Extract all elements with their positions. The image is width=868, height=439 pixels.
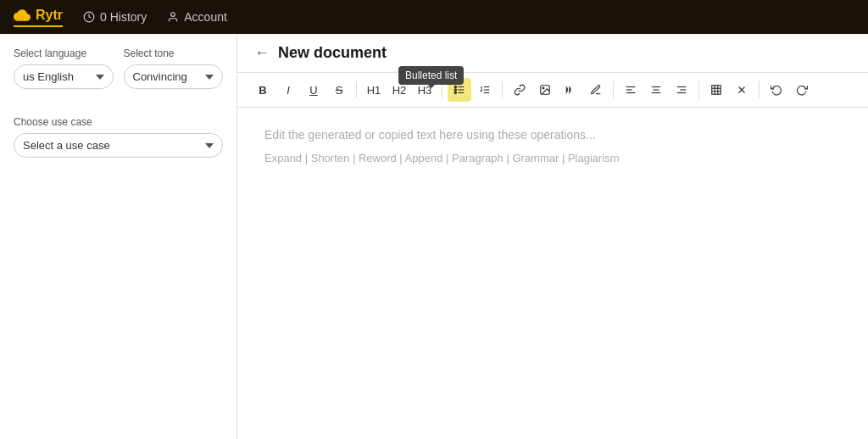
image-icon [539, 84, 551, 96]
align-center-icon [650, 84, 662, 96]
logo-text: Rytr [36, 8, 63, 23]
separator-3 [502, 81, 503, 98]
action-grammar[interactable]: Grammar [512, 152, 559, 164]
table-icon [710, 84, 722, 96]
language-select[interactable]: us English uk English Spanish French Ger… [14, 64, 114, 89]
nav-history-label: 0 History [100, 10, 147, 24]
use-case-label: Choose use case [14, 116, 223, 128]
h1-button[interactable]: H1 [362, 78, 386, 102]
ordered-list-icon [479, 84, 491, 96]
tone-select[interactable]: Convincing Casual Formal Humorous Inspir… [124, 64, 224, 89]
align-center-button[interactable] [644, 78, 668, 102]
svg-rect-22 [712, 86, 721, 95]
link-icon [514, 84, 526, 96]
h3-button[interactable]: H3 [413, 78, 437, 102]
svg-point-7 [454, 92, 456, 93]
action-expand[interactable]: Expand [264, 152, 302, 164]
nav-account-label: Account [184, 10, 227, 24]
action-shorten[interactable]: Shorten [311, 152, 350, 164]
doc-header: ← New document [237, 34, 868, 73]
italic-button[interactable]: I [276, 78, 300, 102]
bold-button[interactable]: B [251, 78, 275, 102]
action-plagiarism[interactable]: Plagiarism [568, 152, 620, 164]
nav-history[interactable]: 0 History [83, 10, 147, 24]
tone-label: Select tone [124, 47, 224, 59]
language-section: Select language us English uk English Sp… [14, 47, 114, 89]
tone-section: Select tone Convincing Casual Formal Hum… [124, 47, 224, 89]
language-label: Select language [14, 47, 114, 59]
separator-1 [356, 81, 357, 98]
table-button[interactable] [704, 78, 728, 102]
cloud-icon [14, 7, 31, 24]
sidebar: Select language us English uk English Sp… [0, 34, 237, 439]
action-separator-6: | [562, 152, 568, 164]
align-left-icon [625, 84, 637, 96]
separator-5 [698, 81, 699, 98]
action-separator-1: | [305, 152, 311, 164]
svg-point-6 [454, 89, 456, 91]
history-icon [83, 11, 95, 23]
bullet-list-button[interactable] [448, 78, 471, 102]
ordered-list-button[interactable] [473, 78, 497, 102]
action-paragraph[interactable]: Paragraph [452, 152, 504, 164]
action-reword[interactable]: Reword [359, 152, 397, 164]
highlight-button[interactable] [584, 78, 608, 102]
redo-button[interactable] [790, 78, 814, 102]
doc-title: New document [278, 44, 387, 62]
content-area: ← New document Bulleted list B I U S H1 … [237, 34, 868, 439]
action-separator-2: | [353, 152, 359, 164]
back-button[interactable]: ← [254, 44, 270, 62]
use-case-select[interactable]: Select a use case Blog Post Social Media… [14, 133, 223, 158]
bullet-list-icon [453, 84, 465, 96]
logo[interactable]: Rytr [14, 7, 63, 27]
use-case-section: Choose use case Select a use case Blog P… [14, 116, 223, 158]
undo-button[interactable] [765, 78, 788, 102]
image-button[interactable] [533, 78, 557, 102]
editor-area[interactable]: Edit the generated or copied text here u… [237, 108, 868, 439]
editor-placeholder: Edit the generated or copied text here u… [264, 128, 841, 142]
quote-icon [565, 84, 576, 96]
quote-button[interactable] [559, 78, 582, 102]
strikethrough-button[interactable]: S [327, 78, 351, 102]
separator-4 [613, 81, 614, 98]
clear-format-icon [736, 84, 748, 96]
toolbar: Bulleted list B I U S H1 H2 H3 [237, 73, 868, 108]
clear-format-button[interactable] [730, 78, 754, 102]
undo-icon [771, 84, 782, 96]
align-right-icon [676, 84, 687, 96]
svg-point-1 [171, 13, 175, 17]
account-icon [167, 11, 179, 23]
main-layout: Select language us English uk English Sp… [0, 34, 868, 439]
separator-2 [442, 81, 442, 98]
underline-button[interactable]: U [302, 78, 326, 102]
svg-point-5 [454, 86, 456, 87]
redo-icon [796, 84, 808, 96]
action-append[interactable]: Append [405, 152, 443, 164]
action-separator-4: | [446, 152, 452, 164]
top-nav: Rytr 0 History Account [0, 0, 868, 34]
align-left-button[interactable] [619, 78, 643, 102]
separator-6 [759, 81, 760, 98]
svg-point-12 [542, 87, 544, 89]
link-button[interactable] [508, 78, 531, 102]
h2-button[interactable]: H2 [387, 78, 411, 102]
editor-actions: Expand | Shorten | Reword | Append | Par… [264, 152, 841, 164]
align-right-button[interactable] [670, 78, 693, 102]
highlight-icon [590, 84, 602, 96]
sidebar-top-row: Select language us English uk English Sp… [14, 47, 223, 103]
nav-account[interactable]: Account [167, 10, 227, 24]
